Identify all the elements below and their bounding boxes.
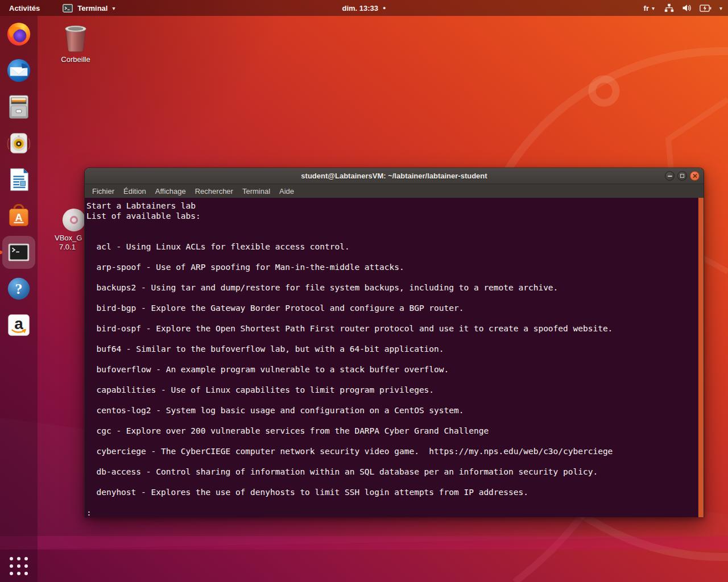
trash-icon	[61, 23, 90, 55]
terminal-line: Start a Labtainers lab	[86, 201, 696, 211]
terminal-window: student@LabtainersVM: ~/labtainer/labtai…	[84, 168, 704, 517]
desktop-icon-trash[interactable]: Corbeille	[57, 23, 94, 64]
chevron-down-icon: ▾	[719, 5, 722, 11]
menu-item[interactable]: Affichage	[151, 185, 191, 197]
menu-item[interactable]: Terminal	[238, 185, 275, 197]
terminal-line	[86, 334, 696, 344]
window-title: student@LabtainersVM: ~/labtainer/labtai…	[301, 172, 487, 180]
trash-label: Corbeille	[57, 55, 94, 64]
terminal-line	[86, 293, 696, 303]
top-bar: Activités Terminal ▾ dim. 13:33 ● fr ▾	[0, 0, 728, 16]
battery-icon	[700, 5, 712, 12]
terminal-line	[86, 395, 696, 405]
show-apps-grid-icon	[10, 557, 28, 575]
show-applications-button[interactable]	[0, 557, 38, 575]
terminal-line: capabilities - Use of Linux capabilites …	[86, 385, 696, 395]
terminal-line	[86, 456, 696, 467]
terminal-line	[86, 231, 696, 242]
keyboard-layout-button[interactable]: fr ▾	[644, 4, 655, 13]
terminal-line	[86, 436, 696, 446]
scrollbar-slider[interactable]	[698, 198, 704, 517]
terminal-line	[86, 272, 696, 282]
terminal-line	[86, 221, 696, 231]
terminal-mini-icon	[63, 4, 73, 13]
amazon-icon: a	[6, 312, 32, 338]
dock-item-ubuntu-software[interactable]: A	[5, 202, 32, 230]
terminal-line: cyberciege - The CyberCIEGE computer net…	[86, 446, 696, 456]
notification-dot-icon: ●	[383, 6, 386, 11]
writer-document-icon	[6, 167, 32, 193]
terminal-line	[86, 375, 696, 385]
chevron-down-icon: ▾	[112, 5, 115, 11]
dock-item-rhythmbox[interactable]	[5, 130, 32, 157]
app-menu-button[interactable]: Terminal ▾	[63, 4, 115, 13]
speaker-icon	[6, 130, 32, 156]
terminal-icon	[6, 239, 32, 265]
terminal-line: cgc - Explore over 200 vulnerable servic…	[86, 426, 696, 436]
network-icon	[664, 3, 674, 13]
clock-button[interactable]: dim. 13:33 ●	[342, 4, 386, 13]
dock-item-libreoffice-writer[interactable]	[5, 166, 32, 193]
maximize-button[interactable]	[677, 171, 687, 181]
terminal-line	[86, 497, 696, 508]
minimize-button[interactable]	[665, 171, 675, 181]
software-bag-icon: A	[6, 203, 32, 229]
terminal-line: buf64 - Similar to the bufoverflow lab, …	[86, 344, 696, 354]
clock-label: dim. 13:33	[342, 4, 378, 13]
terminal-line: List of available labs:	[86, 211, 696, 221]
thunderbird-icon	[6, 57, 32, 84]
svg-text:A: A	[15, 212, 22, 223]
dock: A ?	[0, 16, 38, 582]
terminal-line: bufoverflow - An example program vulnera…	[86, 364, 696, 375]
menu-item[interactable]: Rechercher	[191, 185, 238, 197]
activities-button[interactable]: Activités	[6, 4, 43, 13]
terminal-line	[86, 313, 696, 323]
terminal-line	[86, 252, 696, 262]
dock-item-thunderbird[interactable]	[5, 57, 32, 84]
desktop[interactable]: Activités Terminal ▾ dim. 13:33 ● fr ▾	[0, 0, 728, 582]
keyboard-layout-label: fr	[644, 4, 649, 13]
window-titlebar[interactable]: student@LabtainersVM: ~/labtainer/labtai…	[85, 168, 704, 184]
terminal-output: Start a Labtainers labList of available …	[85, 198, 704, 517]
dock-item-files[interactable]	[5, 93, 32, 120]
dock-item-amazon[interactable]: a	[5, 311, 32, 339]
volume-icon	[682, 3, 692, 13]
terminal-line: denyhost - Explores the use of denyhosts…	[86, 487, 696, 497]
terminal-line: :	[86, 508, 696, 517]
terminal-line	[86, 477, 696, 487]
dock-item-firefox[interactable]	[5, 20, 32, 48]
terminal-line	[86, 354, 696, 364]
terminal-line: bird-bgp - Explore the Gateway Border Pr…	[86, 303, 696, 313]
close-icon	[692, 173, 697, 178]
menu-item[interactable]: Aide	[275, 185, 299, 197]
terminal-line: backups2 - Using tar and dump/restore fo…	[86, 282, 696, 293]
firefox-icon	[6, 21, 32, 47]
terminal-line: db-access - Control sharing of informati…	[86, 467, 696, 477]
dock-item-help[interactable]: ?	[5, 275, 32, 302]
menu-item[interactable]: Édition	[119, 185, 151, 197]
terminal-line: arp-spoof - Use of ARP spoofing for Man-…	[86, 262, 696, 272]
help-icon: ?	[6, 276, 32, 302]
terminal-line: bird-ospf - Explore the Open Shortest Pa…	[86, 323, 696, 334]
dock-item-terminal[interactable]	[5, 239, 32, 266]
menu-bar: FichierÉditionAffichageRechercherTermina…	[85, 184, 704, 198]
terminal-line: centos-log2 - System log basic usage and…	[86, 405, 696, 415]
svg-text:?: ?	[15, 281, 23, 297]
system-menu-button[interactable]: ▾	[664, 3, 722, 13]
running-indicator-dot	[0, 251, 2, 254]
terminal-content[interactable]: Start a Labtainers labList of available …	[85, 198, 704, 517]
terminal-line: acl - Using Linux ACLs for flexible acce…	[86, 242, 696, 252]
chevron-down-icon: ▾	[652, 5, 655, 11]
svg-text:a: a	[14, 315, 23, 332]
close-button[interactable]	[690, 171, 700, 181]
minimize-icon	[668, 176, 672, 177]
file-cabinet-icon	[6, 94, 32, 120]
terminal-scrollbar[interactable]	[698, 198, 704, 517]
menu-item[interactable]: Fichier	[88, 185, 119, 197]
app-menu-label: Terminal	[77, 4, 107, 13]
terminal-line	[86, 415, 696, 426]
maximize-icon	[680, 174, 684, 178]
